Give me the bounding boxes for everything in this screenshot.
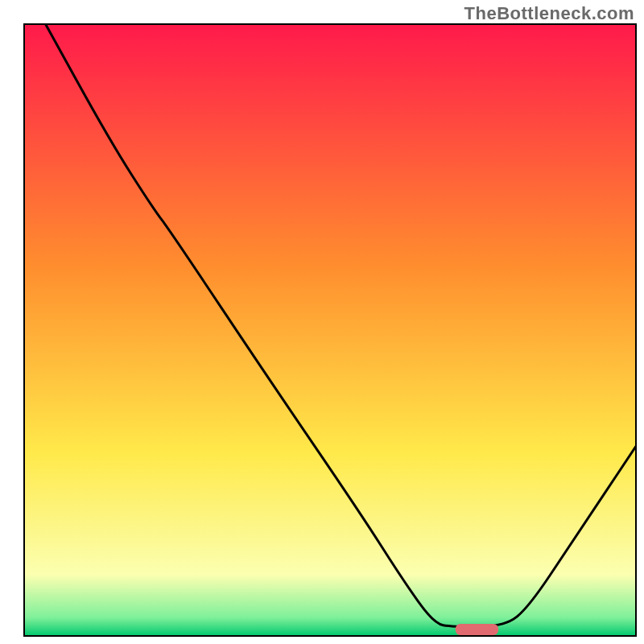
gradient-background: [24, 24, 636, 636]
chart-svg: [0, 0, 644, 644]
optimal-marker: [456, 624, 498, 635]
attribution-label: TheBottleneck.com: [464, 3, 634, 24]
plot-area: [24, 24, 636, 636]
bottleneck-chart: TheBottleneck.com: [0, 0, 644, 644]
